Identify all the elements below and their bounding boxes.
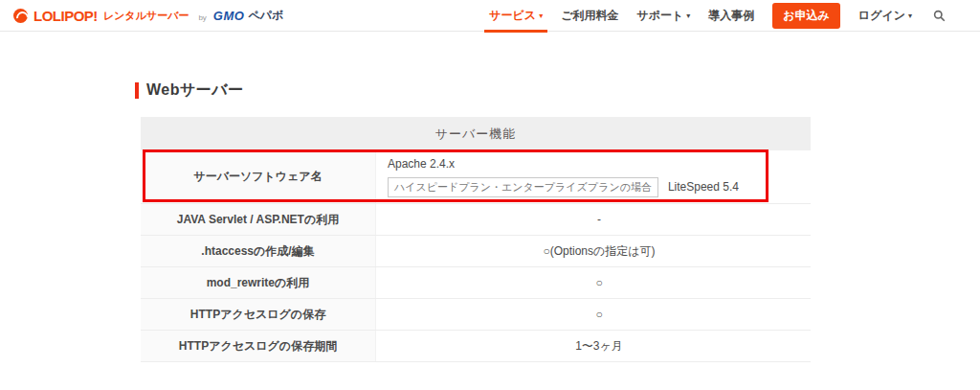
row-value: - <box>375 204 811 235</box>
table-caption: サーバー機能 <box>141 117 811 150</box>
row-value: Apache 2.4.x ハイスピードプラン・エンタープライズプランの場合 Li… <box>375 150 811 203</box>
row-value: ○ <box>375 267 811 298</box>
nav-label: 導入事例 <box>708 8 754 24</box>
row-label: mod_rewriteの利用 <box>141 267 375 298</box>
logo-pepabo: ペパボ <box>248 8 283 24</box>
chevron-down-icon: ▾ <box>908 12 912 20</box>
nav-item-support[interactable]: サポート ▾ <box>636 0 690 31</box>
nav-item-services[interactable]: サービス ▾ <box>489 0 543 31</box>
row-label: HTTPアクセスログの保存 <box>141 299 375 330</box>
table-row-htaccess: .htaccessの作成/編集 ○(Optionsの指定は可) <box>141 236 811 267</box>
nav-label: ご利用料金 <box>561 8 618 24</box>
row-value: 1〜3ヶ月 <box>375 331 811 361</box>
table-row-java-servlet: JAVA Servlet / ASP.NETの利用 - <box>141 204 811 236</box>
main-nav: サービス ▾ ご利用料金 サポート ▾ 導入事例 お申込み ログイン ▾ <box>489 0 946 31</box>
logo-brand: LOLIPOP! <box>33 8 98 24</box>
row-label: サーバーソフトウェア名 <box>141 150 375 203</box>
row-label: JAVA Servlet / ASP.NETの利用 <box>141 204 375 235</box>
row-value: ○(Optionsの指定は可) <box>375 236 811 266</box>
nav-label: サービス <box>489 8 536 24</box>
nav-label: ログイン <box>858 8 905 24</box>
lolipop-logo-icon <box>13 9 28 23</box>
page-title-text: Webサーバー <box>146 80 244 101</box>
page-title: Webサーバー <box>135 80 244 101</box>
chevron-down-icon: ▾ <box>686 12 690 20</box>
nav-item-case-studies[interactable]: 導入事例 <box>708 0 754 31</box>
table-row-http-log: HTTPアクセスログの保存 ○ <box>141 299 811 331</box>
table-row-server-software: サーバーソフトウェア名 Apache 2.4.x ハイスピードプラン・エンタープ… <box>141 150 811 204</box>
chevron-down-icon: ▾ <box>539 12 543 20</box>
logo-gmo: GMO <box>213 9 245 23</box>
value-apache: Apache 2.4.x <box>388 157 811 171</box>
logo[interactable]: LOLIPOP! レンタルサーバー by GMO ペパボ <box>13 8 283 24</box>
row-label: HTTPアクセスログの保存期間 <box>141 331 375 361</box>
row-label: .htaccessの作成/編集 <box>141 236 375 266</box>
nav-item-login[interactable]: ログイン ▾ <box>858 0 912 31</box>
table-row-http-log-period: HTTPアクセスログの保存期間 1〜3ヶ月 <box>141 331 811 362</box>
server-feature-table: サーバー機能 サーバーソフトウェア名 Apache 2.4.x ハイスピードプラ… <box>141 117 811 362</box>
logo-product: レンタルサーバー <box>103 9 189 23</box>
search-icon[interactable] <box>933 10 946 22</box>
value-litespeed: LiteSpeed 5.4 <box>668 180 739 194</box>
row-value: ○ <box>375 299 811 330</box>
nav-label: サポート <box>636 8 683 24</box>
nav-item-pricing[interactable]: ご利用料金 <box>561 0 618 31</box>
site-header: LOLIPOP! レンタルサーバー by GMO ペパボ サービス ▾ ご利用料… <box>0 0 980 32</box>
table-row-mod-rewrite: mod_rewriteの利用 ○ <box>141 267 811 299</box>
signup-button[interactable]: お申込み <box>772 3 840 29</box>
logo-by: by <box>198 13 206 22</box>
plan-condition-tag: ハイスピードプラン・エンタープライズプランの場合 <box>388 177 658 197</box>
title-accent-bar <box>135 82 139 99</box>
